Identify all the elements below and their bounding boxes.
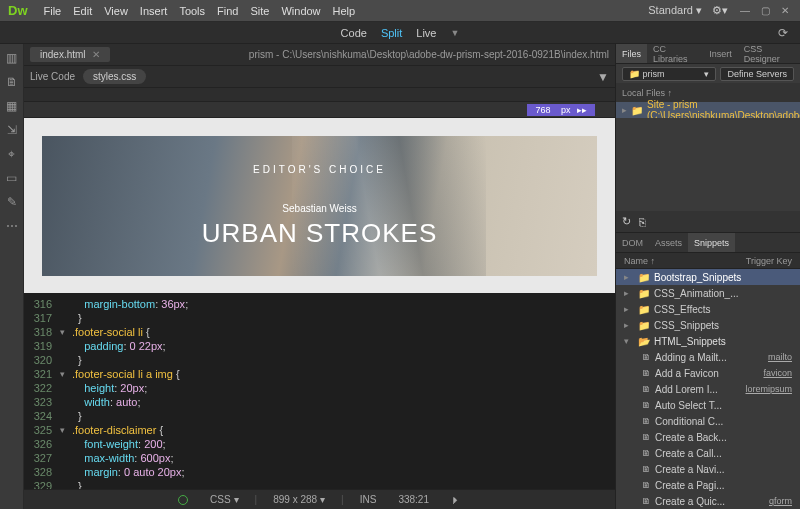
tab-snippets[interactable]: Snippets [688, 233, 735, 252]
snippet-item[interactable]: 🗎Adding a Mailt...mailto [616, 349, 800, 365]
code-line[interactable]: 322 height: 20px; [24, 381, 615, 395]
menu-insert[interactable]: Insert [140, 5, 168, 17]
tab-label: index.html [40, 49, 86, 60]
code-line[interactable]: 326 font-weight: 200; [24, 437, 615, 451]
site-dropdown[interactable]: 📁 prism▾ [622, 67, 716, 81]
code-line[interactable]: 325▾.footer-disclaimer { [24, 423, 615, 437]
status-ins[interactable]: INS [354, 494, 383, 505]
view-split[interactable]: Split [381, 27, 402, 39]
snippet-folder[interactable]: ▾📂HTML_Snippets [616, 333, 800, 349]
menu-file[interactable]: File [44, 5, 62, 17]
col-name[interactable]: Name ↑ [624, 256, 655, 266]
menu-view[interactable]: View [104, 5, 128, 17]
snippet-item[interactable]: 🗎Create a Call... [616, 445, 800, 461]
menu-site[interactable]: Site [250, 5, 269, 17]
code-editor[interactable]: 316 margin-bottom: 36px;317 }318▾.footer… [24, 293, 615, 489]
maximize-icon[interactable]: ▢ [758, 4, 772, 18]
related-file[interactable]: styles.css [83, 69, 146, 84]
snippets-list[interactable]: ▸📁Bootstrap_Snippets▸📁CSS_Animation_...▸… [616, 269, 800, 509]
live-preview-pane[interactable]: EDITOR'S CHOICE Sebastian Weiss URBAN ST… [24, 118, 615, 293]
snippet-item[interactable]: 🗎Create a Quic...qform [616, 493, 800, 509]
view-live[interactable]: Live [416, 27, 436, 39]
menu-help[interactable]: Help [333, 5, 356, 17]
expand-icon[interactable]: ⇲ [4, 122, 20, 138]
status-overflow-icon[interactable]: ⏵ [445, 494, 467, 505]
code-line[interactable]: 320 } [24, 353, 615, 367]
code-line[interactable]: 329 } [24, 479, 615, 489]
snippet-item[interactable]: 🗎Auto Select T... [616, 397, 800, 413]
chevron-right-icon: ▸ [622, 105, 627, 115]
tools-icon[interactable]: ✎ [4, 194, 20, 210]
code-line[interactable]: 317 } [24, 311, 615, 325]
menu-tools[interactable]: Tools [179, 5, 205, 17]
code-line[interactable]: 323 width: auto; [24, 395, 615, 409]
snippets-columns: Name ↑ Trigger Key [616, 253, 800, 269]
status-lang[interactable]: CSS ▾ [204, 494, 245, 505]
snippet-folder[interactable]: ▸📁CSS_Animation_... [616, 285, 800, 301]
link-icon[interactable]: ⎘ [639, 216, 646, 228]
tab-insert[interactable]: Insert [703, 44, 738, 63]
code-line[interactable]: 321▾.footer-social li a img { [24, 367, 615, 381]
viewport-width-indicator[interactable]: 768 px ▸▸ [527, 104, 595, 116]
more-icon[interactable]: ⋯ [4, 218, 20, 234]
toggle-panels-icon[interactable]: ▥ [4, 50, 20, 66]
tab-assets[interactable]: Assets [649, 233, 688, 252]
col-trigger[interactable]: Trigger Key [746, 256, 792, 266]
right-panels: Files CC Libraries Insert CSS Designer 📁… [615, 44, 800, 509]
tab-dom[interactable]: DOM [616, 233, 649, 252]
breadcrumb-bar [24, 88, 615, 102]
tab-cc-libraries[interactable]: CC Libraries [647, 44, 703, 63]
snippet-folder[interactable]: ▸📁Bootstrap_Snippets [616, 269, 800, 285]
code-line[interactable]: 319 padding: 0 22px; [24, 339, 615, 353]
tab-css-designer[interactable]: CSS Designer [738, 44, 800, 63]
view-code[interactable]: Code [341, 27, 367, 39]
sync-settings-icon[interactable]: ⟳ [778, 26, 788, 40]
file-icon[interactable]: 🗎 [4, 74, 20, 90]
code-line[interactable]: 327 max-width: 600px; [24, 451, 615, 465]
hero-author: Sebastian Weiss [282, 203, 356, 214]
snippet-folder[interactable]: ▸📁CSS_Effects [616, 301, 800, 317]
minimize-icon[interactable]: — [738, 4, 752, 18]
folder-icon: 📁 [631, 105, 643, 116]
menu-edit[interactable]: Edit [73, 5, 92, 17]
snippets-panel-tabs: DOM Assets Snippets [616, 233, 800, 253]
close-tab-icon[interactable]: ✕ [92, 49, 100, 60]
snippet-folder[interactable]: ▸📁CSS_Snippets [616, 317, 800, 333]
document-tabbar: index.html ✕ prism - C:\Users\nishkuma\D… [24, 44, 615, 66]
code-line[interactable]: 316 margin-bottom: 36px; [24, 297, 615, 311]
chevron-down-icon[interactable]: ▼ [450, 28, 459, 38]
snippet-item[interactable]: 🗎Create a Pagi... [616, 477, 800, 493]
document-tab[interactable]: index.html ✕ [30, 47, 110, 62]
filter-icon[interactable]: ▼ [597, 70, 609, 84]
snippet-item[interactable]: 🗎Conditional C... [616, 413, 800, 429]
site-root-row[interactable]: ▸ 📁 Site - prism (C:\Users\nishkuma\Desk… [616, 102, 800, 118]
layout-icon[interactable]: ▭ [4, 170, 20, 186]
menu-window[interactable]: Window [281, 5, 320, 17]
hero-title: URBAN STROKES [202, 218, 438, 249]
files-panel-tabs: Files CC Libraries Insert CSS Designer [616, 44, 800, 64]
live-view-icon[interactable]: ▦ [4, 98, 20, 114]
refresh-icon[interactable]: ↻ [622, 215, 631, 228]
tab-files[interactable]: Files [616, 44, 647, 63]
snippet-item[interactable]: 🗎Create a Back... [616, 429, 800, 445]
settings-icon[interactable]: ⚙▾ [712, 4, 728, 17]
menu-find[interactable]: Find [217, 5, 238, 17]
snippet-item[interactable]: 🗎Add a Faviconfavicon [616, 365, 800, 381]
snippet-item[interactable]: 🗎Add Lorem I...loremipsum [616, 381, 800, 397]
snippets-toolbar: ↻ ⎘ [616, 211, 800, 233]
inspect-icon[interactable]: ⌖ [4, 146, 20, 162]
live-code-label: Live Code [30, 71, 75, 82]
close-icon[interactable]: ✕ [778, 4, 792, 18]
code-line[interactable]: 318▾.footer-social li { [24, 325, 615, 339]
hero-banner: EDITOR'S CHOICE Sebastian Weiss URBAN ST… [42, 136, 597, 276]
code-line[interactable]: 324 } [24, 409, 615, 423]
view-mode-bar: Code Split Live ▼ ⟳ [0, 22, 800, 44]
status-bar: CSS ▾ | 899 x 288 ▾ | INS 338:21 ⏵ [24, 489, 615, 509]
define-servers-button[interactable]: Define Servers [720, 67, 794, 81]
code-line[interactable]: 328 margin: 0 auto 20px; [24, 465, 615, 479]
snippet-item[interactable]: 🗎Create a Navi... [616, 461, 800, 477]
status-dims[interactable]: 899 x 288 ▾ [267, 494, 331, 505]
menubar: Dw File Edit View Insert Tools Find Site… [0, 0, 800, 22]
left-toolbar: ▥ 🗎 ▦ ⇲ ⌖ ▭ ✎ ⋯ [0, 44, 24, 509]
workspace-switcher[interactable]: Standard ▾ [648, 4, 702, 17]
